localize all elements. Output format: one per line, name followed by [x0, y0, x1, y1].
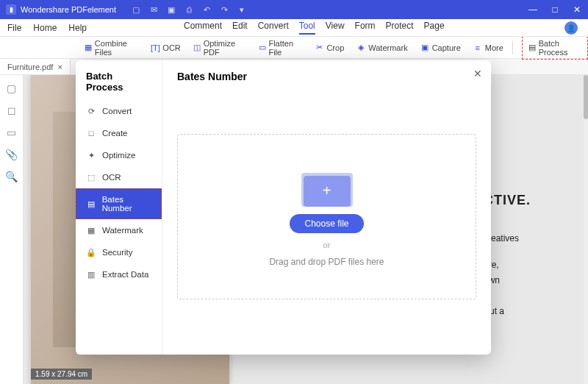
- combine-icon: ▦: [84, 43, 93, 53]
- capture-icon: ▣: [420, 43, 430, 53]
- menubar: File Home Help Comment Edit Convert Tool…: [0, 19, 588, 37]
- batch-process-button[interactable]: ▤Batch Process: [522, 36, 588, 60]
- batch-process-modal: Batch Process ⟳Convert □Create ✦Optimize…: [76, 60, 491, 355]
- app-logo: ▮: [6, 4, 16, 15]
- file-tab-label: Furniture.pdf: [7, 63, 53, 71]
- bookmark-icon[interactable]: ◻: [7, 104, 16, 116]
- print-icon[interactable]: ⎙: [184, 4, 194, 15]
- menu-home[interactable]: Home: [33, 23, 57, 33]
- lock-icon: 🔒: [86, 247, 96, 257]
- tab-edit[interactable]: Edit: [232, 21, 248, 35]
- modal-main: ✕ Bates Number + Choose file or Drag and…: [162, 60, 491, 355]
- sidebar-item-create[interactable]: □Create: [76, 122, 162, 144]
- crop-button[interactable]: ✂Crop: [311, 41, 347, 54]
- sidebar-item-security[interactable]: 🔒Security: [76, 241, 162, 263]
- tab-protect[interactable]: Protect: [386, 21, 414, 35]
- optimize-side-icon: ✦: [86, 150, 96, 160]
- comment-panel-icon[interactable]: ▭: [7, 127, 16, 138]
- crop-icon: ✂: [314, 43, 324, 53]
- tab-form[interactable]: Form: [355, 21, 376, 35]
- dropdown-icon[interactable]: ▾: [237, 4, 247, 15]
- sidebar-item-optimize[interactable]: ✦Optimize: [76, 144, 162, 166]
- undo-icon[interactable]: ↶: [201, 4, 212, 15]
- more-button[interactable]: ≡More: [470, 41, 506, 54]
- dnd-label: Drag and drop PDF files here: [269, 257, 384, 267]
- convert-icon: ⟳: [86, 106, 96, 116]
- titlebar: ▮ Wondershare PDFelement ▢ ✉ ▣ ⎙ ↶ ↷ ▾ —…: [0, 0, 588, 19]
- folder-icon: +: [301, 167, 353, 207]
- thumbnails-icon[interactable]: ▢: [7, 82, 16, 94]
- capture-button[interactable]: ▣Capture: [417, 41, 464, 54]
- toolbar-separator: [512, 41, 513, 54]
- maximize-button[interactable]: □: [544, 0, 566, 19]
- ocr-icon: [T]: [150, 43, 160, 53]
- page-text-fragment: ' CTIVE. creatives ure, own But a: [484, 156, 579, 319]
- tab-convert[interactable]: Convert: [258, 21, 289, 35]
- file-tab-close[interactable]: ×: [57, 63, 62, 71]
- choose-file-button[interactable]: Choose file: [290, 214, 363, 233]
- watermark-side-icon: ▦: [86, 225, 96, 235]
- watermark-button[interactable]: ◈Watermark: [353, 41, 410, 54]
- sidebar-item-extract[interactable]: ▥Extract Data: [76, 263, 162, 285]
- toolbar: ▦Combine Files [T]OCR ◫Optimize PDF ▭Fla…: [0, 37, 588, 59]
- dropzone[interactable]: + Choose file or Drag and drop PDF files…: [177, 134, 476, 299]
- menu-help[interactable]: Help: [68, 23, 87, 33]
- optimize-icon: ◫: [193, 43, 201, 53]
- modal-sidebar-title: Batch Process: [76, 68, 162, 100]
- redo-icon[interactable]: ↷: [219, 4, 229, 15]
- sidebar-item-watermark[interactable]: ▦Watermark: [76, 219, 162, 241]
- page-dimensions: 1.59 x 27.94 cm: [31, 369, 92, 380]
- tab-page[interactable]: Page: [424, 21, 445, 35]
- create-icon: □: [86, 128, 96, 138]
- combine-files-button[interactable]: ▦Combine Files: [81, 38, 141, 58]
- scrollbar-thumb[interactable]: [584, 75, 588, 119]
- app-title: Wondershare PDFelement: [21, 5, 116, 14]
- or-label: or: [323, 241, 331, 249]
- user-avatar[interactable]: 👤: [564, 21, 578, 35]
- sidebar-item-ocr[interactable]: ⬚OCR: [76, 166, 162, 188]
- watermark-icon: ◈: [356, 43, 366, 53]
- modal-heading: Bates Number: [177, 71, 476, 82]
- tab-comment[interactable]: Comment: [184, 21, 222, 35]
- modal-sidebar: Batch Process ⟳Convert □Create ✦Optimize…: [76, 60, 162, 355]
- sidebar-item-convert[interactable]: ⟳Convert: [76, 100, 162, 122]
- chart-icon: ▥: [86, 269, 96, 280]
- open-icon[interactable]: ▢: [131, 4, 141, 15]
- optimize-button[interactable]: ◫Optimize PDF: [190, 38, 249, 58]
- modal-close-button[interactable]: ✕: [473, 68, 482, 79]
- flatten-icon: ▭: [258, 43, 267, 53]
- tab-tool[interactable]: Tool: [299, 21, 315, 35]
- ribbon-tabs: Comment Edit Convert Tool View Form Prot…: [184, 21, 445, 35]
- sidebar-item-bates[interactable]: ▤Bates Number: [76, 188, 162, 219]
- quick-icons: ▢ ✉ ▣ ⎙ ↶ ↷ ▾: [131, 4, 247, 15]
- file-tab[interactable]: Furniture.pdf ×: [0, 59, 71, 74]
- minimize-button[interactable]: —: [522, 0, 544, 19]
- scrollbar[interactable]: [584, 75, 588, 384]
- tab-view[interactable]: View: [326, 21, 345, 35]
- more-icon: ≡: [473, 43, 483, 53]
- ocr-side-icon: ⬚: [86, 172, 96, 182]
- flatten-button[interactable]: ▭Flatten File: [255, 38, 306, 58]
- bates-icon: ▤: [87, 199, 96, 209]
- attachment-icon[interactable]: 📎: [5, 149, 18, 160]
- ocr-button[interactable]: [T]OCR: [147, 41, 183, 54]
- search-icon[interactable]: 🔍: [5, 171, 18, 182]
- menu-file[interactable]: File: [7, 23, 21, 33]
- batch-icon: ▤: [528, 43, 536, 52]
- save-icon[interactable]: ▣: [166, 4, 176, 15]
- left-sidebar: ▢ ◻ ▭ 📎 🔍: [0, 75, 24, 384]
- mail-icon[interactable]: ✉: [148, 4, 159, 15]
- window-controls: — □ ✕: [522, 0, 588, 19]
- close-button[interactable]: ✕: [566, 0, 588, 19]
